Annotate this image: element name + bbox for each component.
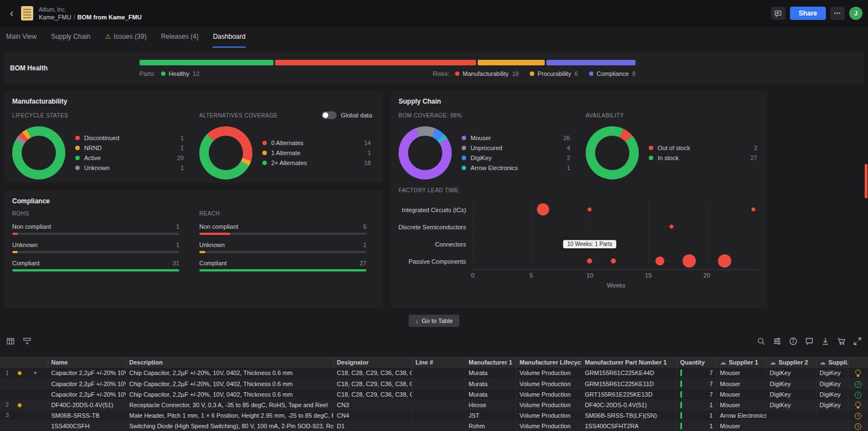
lead-time-bubble[interactable] — [655, 256, 664, 265]
lead-time-bubble[interactable] — [718, 254, 731, 268]
cell-quantity: 7 — [676, 378, 716, 389]
column-header-label: Supplier 1 — [729, 359, 758, 366]
column-header-supplier1[interactable]: ☁Supplier 1 — [716, 357, 766, 368]
column-header-supplier3[interactable]: ☁Suppli... — [816, 357, 848, 368]
cell-status[interactable] — [848, 399, 868, 410]
legend-label: Unknown — [84, 165, 110, 171]
cell-line — [412, 368, 465, 378]
lead-time-bubble[interactable] — [670, 225, 674, 229]
tab-issues-39[interactable]: ⚠Issues (39) — [105, 27, 147, 48]
table-view-icon[interactable] — [6, 336, 16, 346]
lead-time-bubble[interactable] — [587, 259, 592, 264]
cell-description: Chip Capacitor, 2,2µF +/-20%, 10V, 0402,… — [126, 368, 333, 378]
lead-time-bubble[interactable] — [537, 203, 549, 216]
legend-dot — [75, 136, 80, 140]
scrollbar-thumb[interactable] — [865, 164, 867, 198]
table-row[interactable]: 1▼Capacitor 2,2µF +/-20% 10V ...Chip Cap… — [0, 368, 868, 378]
row-grouping-icon[interactable] — [22, 336, 32, 346]
bom-coverage-subtitle: BOM COVERAGE: 88% — [399, 112, 462, 119]
tab-dashboard[interactable]: Dashboard — [213, 27, 246, 48]
column-header-manufacturer1[interactable]: Manufacturer 1 — [465, 357, 516, 368]
column-header-description[interactable]: Description — [126, 357, 333, 368]
column-header-mfr_lifecycle1[interactable]: Manufacturer Lifecycle 1 — [516, 357, 581, 368]
issue-dot-icon — [18, 371, 22, 375]
cell-line — [412, 420, 465, 431]
lead-time-bubble[interactable] — [588, 208, 592, 212]
cell-quantity: 1 — [676, 420, 716, 431]
column-header-mpn1[interactable]: Manufacturer Part Number 1 — [581, 357, 676, 368]
back-button[interactable]: ‹ — [6, 7, 18, 19]
legend-dot — [649, 156, 653, 160]
cell-supplier3: DigiKey — [816, 378, 848, 389]
legend-value: 4 — [567, 145, 570, 151]
go-to-table-button[interactable]: ↓ Go to Table — [409, 315, 459, 327]
x-axis-tick-label: 5 — [530, 272, 533, 279]
comment-icon[interactable] — [804, 336, 814, 346]
cell-supplier1: Mouser — [716, 420, 766, 431]
row-status-dot-cell — [14, 368, 23, 378]
tab-main-view[interactable]: Main View — [6, 27, 37, 48]
cell-line — [412, 389, 465, 399]
legend-label: Procurability — [538, 70, 571, 77]
table-row[interactable]: Capacitor 2,2µF +/-20% 10V ...Chip Capac… — [0, 378, 868, 389]
user-avatar[interactable]: J — [849, 7, 862, 20]
cell-description: Chip Capacitor, 2,2µF +/-20%, 10V, 0402,… — [126, 389, 333, 399]
column-header-line[interactable]: Line # — [412, 357, 465, 368]
tab-label: Issues (39) — [113, 33, 146, 40]
cell-designator: CN4 — [333, 410, 412, 420]
column-header-label: Suppli... — [829, 359, 849, 366]
cell-mpn1: 1SS400CSFHT2RA — [581, 420, 676, 431]
column-header-quantity[interactable]: Quantity — [676, 357, 716, 368]
ellipsis-icon: ••• — [834, 11, 841, 16]
legend-dot — [455, 71, 459, 76]
filter-icon[interactable] — [772, 336, 782, 346]
lead-time-bubble[interactable] — [752, 208, 756, 212]
lead-time-chart: Integrated Circuits (ICs)Discrete Semico… — [399, 201, 760, 270]
supply-chain-panel: Supply Chain BOM COVERAGE: 88% Mouser26U… — [391, 91, 767, 308]
quantity-health-bar — [680, 412, 682, 419]
global-data-toggle[interactable] — [322, 111, 337, 119]
cart-icon[interactable] — [836, 336, 846, 346]
alternatives-donut-chart — [199, 126, 252, 179]
share-button[interactable]: Share — [790, 7, 826, 20]
cell-supplier2 — [766, 410, 816, 420]
column-header-name[interactable]: Name — [48, 357, 126, 368]
bom-health-panel: BOM Health Parts:Healthy12 Risks:Manufac… — [4, 52, 864, 84]
comments-button[interactable] — [771, 7, 786, 20]
legend-label: Discontinued — [84, 135, 120, 141]
table-row[interactable]: 2DF40C-20DS-0.4V(51)Receptacle Connector… — [0, 399, 868, 410]
download-icon[interactable] — [820, 336, 830, 346]
cell-status[interactable]: ✓ — [848, 378, 868, 389]
lead-time-bubble[interactable] — [683, 254, 696, 268]
bar-track — [12, 233, 179, 235]
cell-supplier3: DigiKey — [816, 389, 848, 399]
cell-status[interactable]: ! — [848, 420, 868, 431]
cell-designator: C18, C28, C29, C36, C38, C... — [333, 368, 412, 378]
column-header-designator[interactable]: Designator — [333, 357, 412, 368]
breadcrumb-project[interactable]: Kame_FMU — [39, 14, 71, 20]
tab-releases-4[interactable]: Releases (4) — [161, 27, 199, 48]
cell-status[interactable] — [848, 368, 868, 378]
tab-supply-chain[interactable]: Supply Chain — [50, 27, 91, 48]
search-icon[interactable] — [756, 336, 766, 346]
table-row[interactable]: Capacitor 2,2µF +/-20% 10V ...Chip Capac… — [0, 389, 868, 399]
cell-status[interactable]: ✓ — [848, 389, 868, 399]
lead-time-bubble[interactable] — [611, 259, 616, 264]
bar-track — [12, 251, 179, 253]
table-row[interactable]: 1SS400CSFHSwitching Diode (High Speed Sw… — [0, 420, 868, 431]
tab-label: Main View — [6, 33, 37, 40]
row-expand-cell[interactable]: ▼ — [23, 368, 48, 378]
legend-dot — [649, 146, 653, 150]
bar-track — [199, 269, 366, 271]
legend-dot — [75, 146, 80, 150]
compliance-panel: Compliance ROHSNon compliant1Unknown1Com… — [4, 191, 383, 308]
expand-icon[interactable] — [852, 336, 862, 346]
cell-name: Capacitor 2,2µF +/-20% 10V ... — [48, 389, 126, 399]
legend-item-discontinued: Discontinued1 — [75, 134, 184, 142]
cell-status[interactable]: ! — [848, 410, 868, 420]
more-options-button[interactable]: ••• — [830, 7, 845, 20]
legend-dot — [462, 146, 466, 150]
info-icon[interactable] — [788, 336, 798, 346]
table-row[interactable]: 3SM06B-SRSS-TBMale Header, Pitch 1 mm, 1… — [0, 410, 868, 420]
column-header-supplier2[interactable]: ☁Supplier 2 — [766, 357, 816, 368]
